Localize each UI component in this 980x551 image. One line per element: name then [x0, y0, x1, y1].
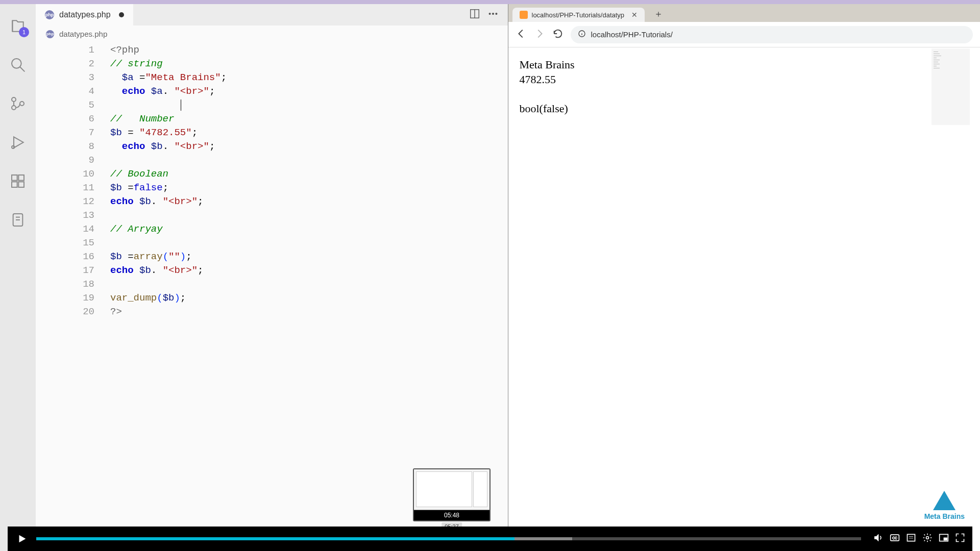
- tab-title: datatypes.php: [59, 10, 111, 19]
- svg-point-4: [20, 102, 24, 106]
- progress-buffered: [514, 537, 572, 540]
- url-bar[interactable]: localhost/PHP-Tutorials/: [571, 26, 973, 43]
- browser-tab-bar: localhost/PHP-Tutorials/datatyp ✕ ＋: [508, 4, 981, 22]
- thumbnail-image: [414, 469, 489, 510]
- breadcrumb-file: datatypes.php: [59, 30, 107, 38]
- seek-thumbnail: 05:48 05:27: [413, 468, 491, 521]
- browser-toolbar: localhost/PHP-Tutorials/: [508, 22, 981, 47]
- site-favicon-icon: [520, 11, 528, 19]
- svg-rect-10: [18, 182, 24, 187]
- forward-button[interactable]: [534, 28, 545, 41]
- svg-rect-26: [908, 534, 915, 541]
- thumbnail-time: 05:48: [414, 510, 489, 520]
- svg-rect-7: [12, 175, 17, 181]
- split-editor-icon[interactable]: [469, 8, 480, 21]
- url-text: localhost/PHP-Tutorials/: [591, 30, 673, 39]
- settings-icon[interactable]: [922, 533, 933, 545]
- close-tab-icon[interactable]: ✕: [631, 11, 638, 19]
- text-cursor-icon: [181, 99, 181, 111]
- svg-rect-9: [12, 182, 17, 187]
- reload-button[interactable]: [552, 28, 564, 41]
- video-controls: CC: [8, 527, 972, 551]
- breadcrumb[interactable]: php datatypes.php: [36, 26, 508, 42]
- logo-text: Meta Brains: [924, 512, 965, 520]
- browser-content: Meta Brains 4782.55 bool(false): [508, 47, 981, 126]
- browser-panel: localhost/PHP-Tutorials/datatyp ✕ ＋ loca…: [508, 4, 981, 551]
- php-file-icon: php: [46, 30, 54, 38]
- php-file-icon: php: [45, 10, 54, 19]
- debug-icon[interactable]: [9, 133, 27, 152]
- svg-point-6: [12, 146, 14, 148]
- transcript-icon[interactable]: [906, 533, 916, 545]
- search-icon[interactable]: [9, 56, 27, 74]
- svg-text:CC: CC: [892, 536, 897, 540]
- svg-rect-8: [18, 175, 24, 181]
- minimap[interactable]: ▬▬▬▬▬▬▬▬▬▬▬▬▬▬▬▬▬▬▬▬▬▬▬▬▬▬▬▬▬▬▬: [932, 48, 970, 125]
- play-button[interactable]: [8, 527, 36, 551]
- svg-point-3: [12, 106, 16, 110]
- volume-icon[interactable]: [873, 533, 884, 545]
- svg-marker-5: [14, 137, 23, 147]
- progress-played: [36, 537, 514, 540]
- extensions-icon[interactable]: [9, 172, 27, 190]
- watermark-logo: Meta Brains: [924, 491, 965, 520]
- tab-datatypes[interactable]: php datatypes.php: [36, 4, 133, 26]
- captions-icon[interactable]: CC: [890, 533, 900, 545]
- svg-point-29: [926, 537, 929, 539]
- activity-bar: 1: [0, 4, 36, 551]
- dirty-indicator-icon: [119, 12, 124, 17]
- new-tab-button[interactable]: ＋: [650, 6, 667, 22]
- site-info-icon[interactable]: [578, 30, 586, 39]
- svg-marker-22: [19, 535, 26, 543]
- window-title-bar: [0, 0, 980, 4]
- video-right-controls: CC: [866, 533, 972, 545]
- svg-line-1: [20, 67, 24, 71]
- svg-point-17: [492, 13, 494, 15]
- back-button[interactable]: [516, 28, 527, 41]
- testing-icon[interactable]: [9, 211, 27, 229]
- svg-point-0: [12, 59, 21, 68]
- svg-point-18: [496, 13, 497, 15]
- output-line: bool(false): [520, 102, 969, 116]
- output-line: 4782.55: [520, 72, 969, 87]
- browser-tab[interactable]: localhost/PHP-Tutorials/datatyp ✕: [512, 8, 645, 22]
- tab-bar: php datatypes.php: [36, 4, 508, 26]
- more-actions-icon[interactable]: [487, 8, 499, 21]
- svg-point-16: [489, 13, 491, 15]
- explorer-badge: 1: [19, 27, 29, 37]
- output-line: Meta Brains: [520, 58, 969, 72]
- logo-triangle-icon: [933, 491, 955, 510]
- svg-rect-31: [944, 538, 947, 540]
- svg-marker-23: [875, 534, 879, 541]
- progress-bar[interactable]: [36, 537, 861, 540]
- source-control-icon[interactable]: [9, 94, 27, 113]
- svg-point-2: [12, 97, 16, 102]
- line-gutter: 1234567891011121314151617181920: [36, 42, 107, 551]
- explorer-icon[interactable]: 1: [9, 17, 27, 35]
- browser-tab-title: localhost/PHP-Tutorials/datatyp: [532, 11, 625, 19]
- editor-actions: [469, 8, 508, 21]
- fullscreen-icon[interactable]: [955, 533, 965, 545]
- pip-icon[interactable]: [939, 533, 949, 545]
